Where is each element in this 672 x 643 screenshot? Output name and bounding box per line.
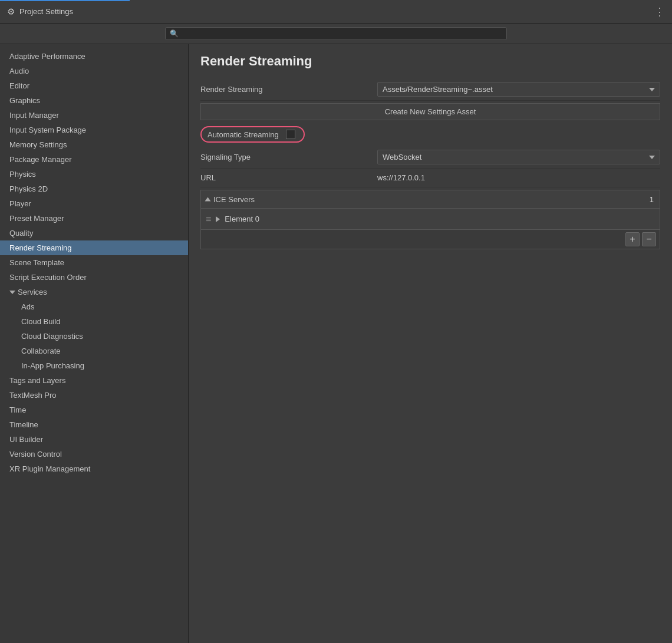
sidebar-item-scene-template[interactable]: Scene Template — [0, 255, 188, 270]
window-title: Project Settings — [19, 7, 73, 16]
automatic-streaming-checkbox[interactable] — [286, 130, 295, 139]
create-new-settings-button[interactable]: Create New Settings Asset — [200, 103, 660, 120]
menu-dots-icon[interactable]: ⋮ — [654, 5, 665, 18]
automatic-streaming-row: Automatic Streaming — [200, 123, 660, 146]
sidebar-item-memory-settings[interactable]: Memory Settings — [0, 137, 188, 152]
url-label: URL — [200, 173, 377, 182]
signaling-type-value: WebSocket — [383, 153, 421, 161]
sidebar-item-cloud-build[interactable]: Cloud Build — [0, 314, 188, 329]
sidebar-item-version-control[interactable]: Version Control — [0, 447, 188, 461]
render-streaming-dropdown[interactable]: Assets/RenderStreaming~.asset — [377, 82, 660, 97]
sidebar-item-in-app-purchasing[interactable]: In-App Purchasing — [0, 358, 188, 373]
render-streaming-label: Render Streaming — [200, 85, 377, 94]
content-area: Render Streaming Render Streaming Assets… — [189, 44, 672, 643]
sidebar-item-audio[interactable]: Audio — [0, 64, 188, 78]
ice-servers-expand-icon — [205, 197, 211, 202]
search-bar: 🔍 — [0, 24, 672, 44]
signaling-type-dropdown-arrow-icon — [649, 156, 655, 159]
sidebar-item-input-system[interactable]: Input System Package — [0, 123, 188, 137]
sidebar-section-services[interactable]: Services — [0, 285, 188, 299]
ice-servers-count: 1 — [650, 195, 660, 204]
title-bar: ⚙ Project Settings ⋮ — [0, 0, 672, 24]
sidebar-item-tags-and-layers[interactable]: Tags and Layers — [0, 373, 188, 388]
search-icon: 🔍 — [170, 29, 179, 38]
sidebar: Adaptive Performance Audio Editor Graphi… — [0, 44, 189, 643]
sidebar-item-adaptive-performance[interactable]: Adaptive Performance — [0, 49, 188, 64]
triangle-down-icon — [9, 291, 15, 294]
gear-icon: ⚙ — [7, 6, 15, 17]
sidebar-item-collaborate[interactable]: Collaborate — [0, 344, 188, 358]
sidebar-item-render-streaming[interactable]: Render Streaming — [0, 240, 188, 255]
add-remove-row: + − — [200, 230, 660, 249]
sidebar-item-preset-manager[interactable]: Preset Manager — [0, 211, 188, 226]
signaling-type-row: Signaling Type WebSocket — [200, 146, 660, 169]
remove-element-button[interactable]: − — [642, 232, 656, 246]
signaling-type-label: Signaling Type — [200, 153, 377, 161]
sidebar-item-xr-plugin-management[interactable]: XR Plugin Management — [0, 461, 188, 476]
automatic-streaming-highlight: Automatic Streaming — [200, 126, 305, 143]
render-streaming-row: Render Streaming Assets/RenderStreaming~… — [200, 78, 660, 101]
sidebar-item-textmesh-pro[interactable]: TextMesh Pro — [0, 388, 188, 403]
sidebar-item-script-execution-order[interactable]: Script Execution Order — [0, 270, 188, 285]
sidebar-item-ads[interactable]: Ads — [0, 299, 188, 314]
render-streaming-value: Assets/RenderStreaming~.asset — [383, 85, 493, 94]
element-expand-icon[interactable] — [216, 216, 220, 222]
signaling-type-dropdown[interactable]: WebSocket — [377, 150, 660, 164]
search-input[interactable] — [165, 27, 507, 40]
sidebar-item-physics[interactable]: Physics — [0, 167, 188, 182]
url-row: URL — [200, 169, 660, 187]
sidebar-item-editor[interactable]: Editor — [0, 78, 188, 93]
sidebar-item-ui-builder[interactable]: UI Builder — [0, 432, 188, 447]
sidebar-item-player[interactable]: Player — [0, 196, 188, 211]
automatic-streaming-label: Automatic Streaming — [207, 130, 279, 139]
sidebar-item-cloud-diagnostics[interactable]: Cloud Diagnostics — [0, 329, 188, 344]
sidebar-item-package-manager[interactable]: Package Manager — [0, 152, 188, 167]
element-0-label: Element 0 — [225, 215, 259, 223]
sidebar-item-physics-2d[interactable]: Physics 2D — [0, 182, 188, 196]
sidebar-item-quality[interactable]: Quality — [0, 226, 188, 240]
sidebar-item-graphics[interactable]: Graphics — [0, 93, 188, 108]
drag-handle-icon[interactable]: ≡ — [201, 214, 216, 225]
ice-servers-row[interactable]: ICE Servers 1 — [200, 190, 660, 209]
sidebar-item-timeline[interactable]: Timeline — [0, 417, 188, 432]
sidebar-section-services-label: Services — [18, 288, 47, 296]
page-title: Render Streaming — [200, 54, 660, 69]
sidebar-item-time[interactable]: Time — [0, 403, 188, 417]
add-element-button[interactable]: + — [625, 232, 640, 246]
ice-servers-label: ICE Servers — [213, 195, 650, 204]
url-input[interactable] — [377, 173, 660, 182]
sidebar-item-input-manager[interactable]: Input Manager — [0, 108, 188, 123]
dropdown-arrow-icon — [649, 88, 655, 91]
element-0-row: ≡ Element 0 — [200, 209, 660, 230]
